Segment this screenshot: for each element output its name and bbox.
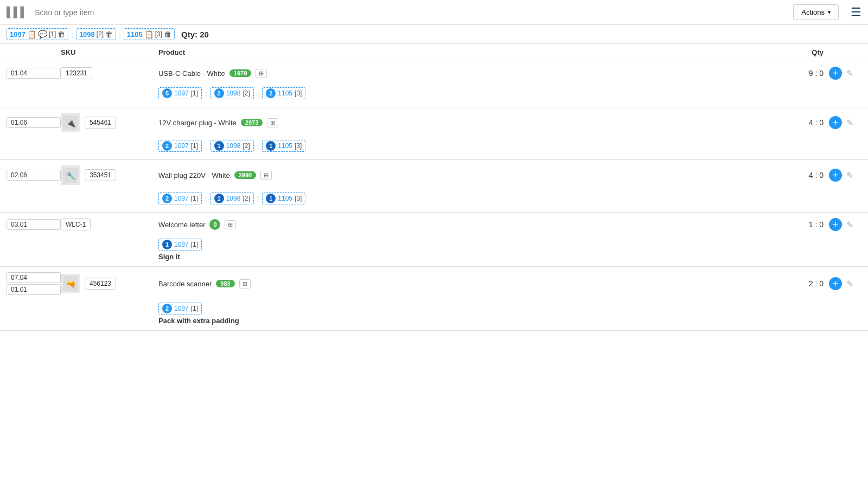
location-cell: 03.01 xyxy=(7,219,61,230)
tag-chip[interactable]: 51097[1] xyxy=(158,87,202,99)
tag-chip[interactable]: 21097[1] xyxy=(158,303,202,314)
note-text: Pack with extra padding xyxy=(158,317,861,325)
delete-icon-1105[interactable]: 🗑 xyxy=(164,30,171,38)
product-image: 🔌 xyxy=(61,113,80,132)
add-button[interactable]: + xyxy=(829,116,842,129)
add-button[interactable]: + xyxy=(829,218,842,231)
chip-number: 2 xyxy=(162,304,172,313)
product-name: Welcome letter xyxy=(158,221,205,229)
edit-button[interactable]: ✎ xyxy=(846,118,853,128)
edit-button[interactable]: ✎ xyxy=(846,220,853,230)
delete-icon-1098[interactable]: 🗑 xyxy=(105,30,113,38)
img-sku-cell: 🔫456123 xyxy=(61,274,158,293)
chip-number: 2 xyxy=(162,194,172,203)
tag-chip[interactable]: 11098[2] xyxy=(210,192,254,204)
chip-id: 1097 xyxy=(174,89,189,97)
delete-icon[interactable]: 🗑 xyxy=(58,30,65,38)
product-image: 🔧 xyxy=(61,165,80,185)
product-info: USB-C Cable - White1979⊞ xyxy=(158,69,764,78)
tag-chip[interactable]: 11098[2] xyxy=(210,140,254,152)
table-row: 01.06🔌54546112V charger plug - White2973… xyxy=(0,107,868,160)
tag-chip[interactable]: 11105[3] xyxy=(262,192,305,204)
row-sub: 51097[1];21098[2];21105[3] xyxy=(0,85,868,107)
action-cell: +✎ xyxy=(829,218,861,231)
chip-number: 2 xyxy=(266,88,276,98)
product-table: 01.04123231USB-C Cable - White1979⊞9 : 0… xyxy=(0,61,868,331)
chip-number: 1 xyxy=(266,141,276,151)
add-button[interactable]: + xyxy=(829,277,842,290)
product-image: 🔫 xyxy=(61,274,80,293)
info-icon[interactable]: ⊞ xyxy=(256,69,267,78)
qty-cell: 9 : 0 xyxy=(764,69,829,78)
tab-1097[interactable]: 1097 📋 💬 [1] 🗑 xyxy=(7,28,68,40)
edit-button[interactable]: ✎ xyxy=(846,279,853,289)
location-box: 03.01 xyxy=(7,219,61,230)
table-row: 01.04123231USB-C Cable - White1979⊞9 : 0… xyxy=(0,61,868,107)
row-main: 03.01WLC-1Welcome letter0⊞1 : 0+✎ xyxy=(0,213,868,236)
sku-box: 456123 xyxy=(85,278,116,290)
chip-number: 2 xyxy=(214,88,224,98)
tab-1105[interactable]: 1105 📋 [3] 🗑 xyxy=(124,28,175,40)
scan-input[interactable] xyxy=(35,8,788,17)
chip-number: 1 xyxy=(214,141,224,151)
chip-count: [2] xyxy=(242,142,250,150)
location-cell: 02.06 xyxy=(7,170,61,181)
edit-button[interactable]: ✎ xyxy=(846,68,853,79)
tab-1097-link[interactable]: 1097 xyxy=(10,30,25,38)
top-bar: ▌▌▌ Actions ▾ ☰ xyxy=(0,0,868,25)
tab-1105-link[interactable]: 1105 xyxy=(127,30,143,38)
chip-count: [1] xyxy=(191,142,198,150)
col-sku: SKU xyxy=(61,48,158,56)
chip-id: 1098 xyxy=(226,89,241,97)
table-row: 02.06🔧353451Wall plug 220V - White2990⊞4… xyxy=(0,160,868,213)
product-info: Welcome letter0⊞ xyxy=(158,219,764,230)
copy-icon[interactable]: 📋 xyxy=(27,30,36,38)
sku-box: WLC-1 xyxy=(61,219,91,230)
chip-count: [3] xyxy=(295,142,302,150)
tag-chip[interactable]: 21097[1] xyxy=(158,140,202,152)
chip-id: 1097 xyxy=(174,142,189,150)
chip-number: 1 xyxy=(266,194,276,203)
edit-button[interactable]: ✎ xyxy=(846,170,853,181)
chip-id: 1097 xyxy=(174,195,189,202)
tag-chip[interactable]: 11105[3] xyxy=(262,140,305,152)
add-button[interactable]: + xyxy=(829,67,842,80)
row-sub: 21097[1]Pack with extra padding xyxy=(0,300,868,330)
stock-badge: 0 xyxy=(209,219,220,230)
comment-icon[interactable]: 💬 xyxy=(38,30,47,38)
row-main: 02.06🔧353451Wall plug 220V - White2990⊞4… xyxy=(0,160,868,190)
chip-count: [2] xyxy=(242,89,250,97)
action-cell: +✎ xyxy=(829,169,861,182)
location-box: 01.06 xyxy=(7,117,61,128)
product-info: 12V charger plug - White2973⊞ xyxy=(158,118,764,127)
product-name: Wall plug 220V - White xyxy=(158,171,230,179)
img-sku-cell: 123231 xyxy=(61,67,158,79)
copy-icon-1105[interactable]: 📋 xyxy=(144,30,154,38)
barcode-icon: ▌▌▌ xyxy=(7,7,27,18)
product-name: 12V charger plug - White xyxy=(158,119,237,127)
location-box: 02.06 xyxy=(7,170,61,181)
chip-id: 1098 xyxy=(226,195,241,202)
tag-chip[interactable]: 11097[1] xyxy=(158,239,202,251)
tag-chip[interactable]: 21097[1] xyxy=(158,192,202,204)
chip-number: 1 xyxy=(214,194,224,203)
row-main: 01.04123231USB-C Cable - White1979⊞9 : 0… xyxy=(0,61,868,85)
product-name: USB-C Cable - White xyxy=(158,69,225,78)
chip-id: 1105 xyxy=(278,142,292,150)
tab-1098-link[interactable]: 1098 xyxy=(79,30,95,38)
tab-1098[interactable]: 1098 [2] 🗑 xyxy=(76,28,116,40)
tag-chip[interactable]: 21105[3] xyxy=(262,87,305,99)
tag-chip[interactable]: 21098[2] xyxy=(210,87,254,99)
note-text: Sign it xyxy=(158,253,861,261)
info-icon[interactable]: ⊞ xyxy=(239,279,251,288)
sku-box: 545461 xyxy=(85,117,116,129)
info-icon[interactable]: ⊞ xyxy=(260,171,272,180)
tag-chips: 51097[1];21098[2];21105[3] xyxy=(158,87,861,99)
info-icon[interactable]: ⊞ xyxy=(225,220,236,229)
hamburger-icon[interactable]: ☰ xyxy=(851,5,861,20)
info-icon[interactable]: ⊞ xyxy=(267,118,278,127)
svg-text:🔧: 🔧 xyxy=(66,171,76,181)
actions-button[interactable]: Actions ▾ xyxy=(793,4,839,20)
add-button[interactable]: + xyxy=(829,169,842,182)
location-box: 01.01 xyxy=(7,284,61,295)
